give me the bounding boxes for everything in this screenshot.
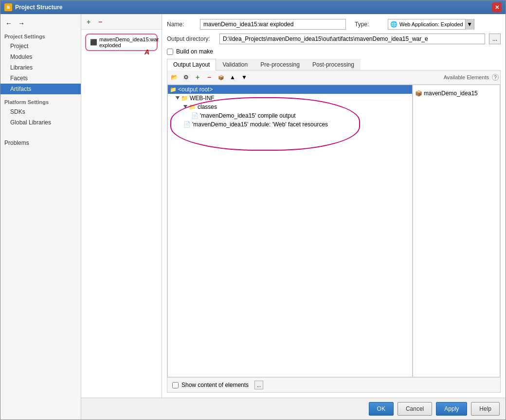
classes-folder-icon: 📁: [189, 104, 196, 110]
build-on-make-row: Build on make: [167, 48, 501, 55]
layout-up-button[interactable]: ▲: [227, 72, 238, 83]
layout-toolbar: 📂 ⚙ + − 📦 ▲ ▼ Available Elements ?: [167, 70, 500, 85]
minus-icon: −: [98, 18, 102, 26]
content-area: ← → Project Settings Project Modules Lib…: [0, 14, 506, 420]
name-input[interactable]: [200, 19, 346, 30]
type-label: Type:: [355, 21, 384, 28]
project-settings-header: Project Settings: [0, 31, 81, 41]
platform-settings-header: Platform Settings: [0, 94, 81, 106]
output-dir-row: Output directory: ...: [167, 34, 501, 44]
classes-label: classes: [198, 104, 217, 110]
name-row: Name: Type: 🌐 Web Application: Exploded …: [167, 19, 501, 30]
expand-classes-icon: [183, 105, 187, 109]
available-item-maven[interactable]: 📦 mavenDemo_idea15: [413, 89, 500, 98]
sidebar-item-libraries[interactable]: Libraries: [0, 62, 81, 73]
help-icon[interactable]: ?: [492, 74, 499, 81]
remove-artifact-button[interactable]: −: [95, 17, 106, 27]
cancel-button[interactable]: Cancel: [398, 402, 432, 416]
web-resources-label: 'mavenDemo_idea15' module: 'Web' facet r…: [192, 121, 328, 128]
ok-button[interactable]: OK: [369, 402, 394, 416]
annotation-a: A: [145, 48, 149, 56]
add-artifact-button[interactable]: +: [83, 17, 94, 27]
tree-item-output-root[interactable]: 📁 <output root>: [168, 85, 412, 94]
artifacts-toolbar: + −: [81, 14, 162, 30]
type-dropdown[interactable]: 🌐 Web Application: Exploded ▼: [388, 19, 474, 30]
tab-post-processing[interactable]: Post-processing: [306, 59, 361, 70]
type-value: Web Application: Exploded: [399, 21, 465, 27]
artifact-label: mavenDemo_idea15:war exploded: [99, 36, 159, 48]
layout-add-button[interactable]: +: [192, 72, 203, 83]
webinf-folder-icon: 📁: [181, 95, 188, 102]
window-title: Project Structure: [15, 4, 492, 11]
sidebar-item-facets[interactable]: Facets: [0, 73, 81, 84]
sidebar-item-sdks[interactable]: SDKs: [0, 106, 81, 117]
type-dropdown-arrow[interactable]: ▼: [465, 19, 474, 30]
webinf-label: WEB-INF: [190, 95, 215, 102]
tree-item-web-resources[interactable]: 📄 'mavenDemo_idea15' module: 'Web' facet…: [168, 120, 412, 129]
layout-jar-button[interactable]: 📦: [216, 72, 226, 83]
tab-output-layout[interactable]: Output Layout: [167, 59, 216, 70]
artifact-web-icon: ⬛: [90, 39, 97, 46]
output-dir-browse-button[interactable]: ...: [489, 34, 501, 44]
show-content-dots-button[interactable]: ...: [254, 381, 263, 389]
help-button[interactable]: Help: [471, 402, 500, 416]
footer: OK Cancel Apply Help: [81, 398, 506, 420]
forward-button[interactable]: →: [16, 18, 27, 29]
layout-properties-button[interactable]: ⚙: [181, 72, 191, 83]
tab-validation[interactable]: Validation: [216, 59, 254, 70]
show-content-label: Show content of elements: [181, 382, 249, 388]
layout-remove-button[interactable]: −: [204, 72, 215, 83]
compile-output-label: 'mavenDemo_idea15' compile output: [200, 112, 296, 119]
web-app-type-icon: 🌐: [388, 21, 399, 28]
available-elements-label: Available Elements: [444, 74, 489, 80]
sidebar-item-project[interactable]: Project: [0, 41, 81, 52]
sidebar-item-global-libraries[interactable]: Global Libraries: [0, 117, 81, 128]
tree-area: 📁 <output root> 📁 WEB-INF: [167, 85, 500, 377]
compile-icon: 📄: [191, 112, 199, 119]
output-dir-input[interactable]: [219, 34, 485, 44]
tree-item-compile-output[interactable]: 📄 'mavenDemo_idea15' compile output: [168, 111, 412, 120]
sidebar-item-modules[interactable]: Modules: [0, 52, 81, 62]
plus-icon: +: [87, 18, 90, 26]
available-header: [413, 85, 500, 89]
output-root-label: <output root>: [178, 86, 213, 93]
layout-expand-button[interactable]: 📂: [169, 72, 180, 83]
tab-pre-processing[interactable]: Pre-processing: [254, 59, 306, 70]
name-label: Name:: [167, 21, 196, 28]
build-on-make-label: Build on make: [176, 48, 213, 55]
tree-item-webinf[interactable]: 📁 WEB-INF: [168, 94, 412, 103]
layout-down-button[interactable]: ▼: [239, 72, 250, 83]
bottom-area: Show content of elements ...: [167, 377, 500, 392]
layout-plus-icon: +: [196, 73, 199, 81]
back-button[interactable]: ←: [3, 18, 14, 29]
show-content-checkbox[interactable]: [172, 382, 179, 388]
tree-panel: 📁 <output root> 📁 WEB-INF: [167, 85, 413, 377]
main-panel: + − ⬛ mavenDemo_idea15:war exploded: [81, 14, 506, 420]
form-panel: Name: Type: 🌐 Web Application: Exploded …: [162, 14, 506, 398]
output-root-folder-icon: 📁: [170, 87, 177, 93]
show-content-row: Show content of elements ...: [172, 381, 263, 389]
output-layout-panel: 📂 ⚙ + − 📦 ▲ ▼ Available Elements ?: [167, 70, 501, 393]
window-icon: ⊞: [4, 3, 12, 11]
title-bar: ⊞ Project Structure ✕: [0, 0, 506, 14]
available-item-label: mavenDemo_idea15: [424, 90, 478, 97]
expand-webinf-icon: [176, 96, 180, 100]
resources-icon: 📄: [183, 121, 191, 128]
tree-item-classes[interactable]: 📁 classes: [168, 103, 412, 111]
sidebar-item-problems[interactable]: Problems: [0, 138, 81, 148]
output-dir-label: Output directory:: [167, 35, 216, 42]
build-on-make-checkbox[interactable]: [167, 49, 173, 55]
available-elements-panel: 📦 mavenDemo_idea15: [413, 85, 500, 377]
sidebar: ← → Project Settings Project Modules Lib…: [0, 14, 81, 420]
module-icon: 📦: [415, 90, 422, 97]
layout-minus-icon: −: [207, 73, 211, 81]
sidebar-item-artifacts[interactable]: Artifacts: [0, 84, 81, 94]
tabs-bar: Output Layout Validation Pre-processing …: [167, 59, 501, 70]
apply-button[interactable]: Apply: [436, 402, 467, 416]
project-structure-window: ⊞ Project Structure ✕ ← → Project Settin…: [0, 0, 506, 420]
close-button[interactable]: ✕: [492, 2, 502, 12]
